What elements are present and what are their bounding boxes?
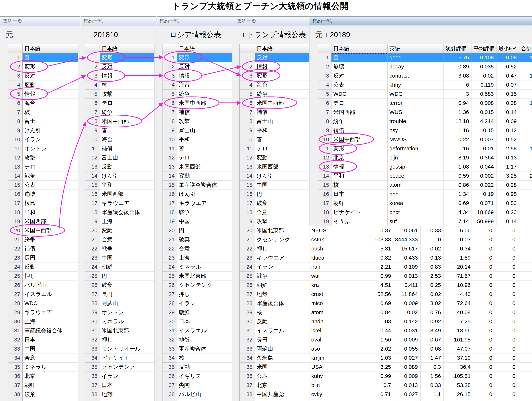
window-titlebar[interactable]: 集約一覧	[0, 17, 80, 25]
table-row[interactable]: 13情報gossip1.080.0441.17	[318, 162, 532, 171]
table-row[interactable]: 26朝鮮kra4.510.4110.2510.9600	[240, 281, 532, 290]
table-row[interactable]: 3情報	[162, 71, 232, 81]
table-row[interactable]	[162, 399, 232, 401]
table-row[interactable]: 22戦争	[85, 244, 154, 253]
table-row[interactable]: 7核	[8, 108, 78, 117]
column-header-english[interactable]: 英語	[387, 44, 444, 53]
table-row[interactable]	[240, 399, 532, 401]
table-row[interactable]: 35クセンテンク	[85, 363, 154, 372]
table-row[interactable]: 2崩壊decay0.890.0350.52	[318, 62, 532, 71]
table-row[interactable]: 31イスラエル	[162, 326, 232, 335]
table-row[interactable]: 14けん引	[85, 171, 154, 181]
table-row[interactable]: 33中国	[8, 345, 78, 353]
table-row[interactable]: 28軍産複合体mico0.690.0093.0272.6400	[240, 299, 532, 308]
column-header-japanese[interactable]: 日本語	[177, 44, 232, 53]
table-row[interactable]: 20円	[162, 226, 232, 235]
table-row[interactable]: 4海台	[162, 81, 232, 90]
table-row[interactable]: 13テロ	[8, 162, 78, 171]
table-row[interactable]: 27イスラエル	[8, 290, 78, 299]
table-row[interactable]: 34ピナケイト	[85, 353, 154, 363]
table-row[interactable]: 15軍産議会複合体	[162, 181, 232, 190]
column-header[interactable]: 統計評価	[444, 44, 472, 53]
table-row[interactable]: 1変形	[85, 53, 154, 62]
table-row[interactable]: 35反動	[162, 363, 232, 372]
column-header-japanese[interactable]: 日本語	[255, 44, 310, 53]
table-row[interactable]: 34核	[162, 353, 232, 363]
table-row[interactable]: 21破棄	[162, 235, 232, 244]
table-row[interactable]: 30ミネラル	[85, 317, 154, 326]
table-row[interactable]: 27地殻crust52.5611.8640.024.4300	[240, 290, 532, 299]
column-header[interactable]: 平均評価	[472, 44, 496, 53]
table-row[interactable]: 11オントン	[8, 144, 78, 153]
table-row[interactable]: 31軍産議会複合体	[8, 326, 78, 335]
table-row[interactable]: 13反動	[85, 162, 154, 171]
table-row[interactable]: 25円	[85, 272, 154, 281]
table-row[interactable]: 25米国北東部	[162, 272, 232, 281]
table-row[interactable]: 29オントン	[85, 308, 154, 317]
table-row[interactable]: 22補償	[8, 244, 78, 253]
table-row[interactable]: 19中国	[162, 217, 232, 226]
table-row[interactable]: 33モントリオール	[85, 345, 154, 353]
table-row[interactable]: 23中国	[85, 253, 154, 263]
table-row[interactable]: 32日本	[8, 335, 78, 345]
table-row[interactable]	[8, 399, 78, 401]
column-header-japanese[interactable]: 日本語	[331, 44, 387, 53]
table-row[interactable]: 7紛争	[85, 108, 154, 117]
table-row[interactable]: 4公表khhy60.1190.07	[318, 81, 532, 90]
table-row[interactable]: 37尖閣	[162, 381, 232, 390]
table-row[interactable]: 12攻撃	[8, 153, 78, 162]
table-row[interactable]: 14変動	[162, 171, 232, 181]
table-row[interactable]: 2変形	[8, 62, 78, 71]
table-row[interactable]: 12富士山	[85, 153, 154, 162]
table-row[interactable]: 11補償	[85, 144, 154, 153]
word-list[interactable]: 日本語1善2変形3反対4変動5情報6海台7核8富士山9けん引10イラン11オント…	[8, 44, 78, 401]
table-row[interactable]: 19上海	[85, 217, 154, 226]
table-row[interactable]: 5WDCWDC30.5830.15	[318, 90, 532, 99]
table-row[interactable]: 23長円	[8, 253, 78, 263]
table-row[interactable]: 26破棄	[85, 281, 154, 290]
table-row[interactable]: 10海台	[85, 135, 154, 144]
table-row[interactable]: 11変形deformation1.160.012.581	[318, 144, 532, 153]
table-row[interactable]: 34久米島kmjm1.030.0271.4737.1900	[240, 353, 532, 363]
table-row[interactable]: 3情報	[85, 71, 154, 81]
table-row[interactable]: 32地殻	[162, 335, 232, 345]
table-row[interactable]: 9富士山	[162, 126, 232, 135]
table-row[interactable]: 23上海	[162, 253, 232, 263]
table-row[interactable]: 38バルビ山	[162, 390, 232, 399]
table-row[interactable]: 5攻撃	[85, 90, 154, 99]
table-row[interactable]: 27押し	[162, 290, 232, 299]
table-row[interactable]: 28WDC	[8, 299, 78, 308]
table-row[interactable]: 33軍産複合体	[162, 345, 232, 353]
table-row[interactable]: 20米国中西部	[8, 226, 78, 235]
table-row[interactable]: 5情報	[8, 90, 78, 99]
table-row[interactable]: 31米国北東部	[85, 326, 154, 335]
table-row[interactable]: 17キラウエア	[162, 199, 232, 208]
table-row[interactable]: 37日本	[85, 381, 154, 390]
table-row[interactable]: 35ミネラル	[8, 363, 78, 372]
table-row[interactable]: 17桜島	[8, 199, 78, 208]
table-row[interactable]: 37朝鮮	[8, 381, 78, 390]
table-row[interactable]: 19米国西部	[8, 217, 78, 226]
table-row[interactable]: 6米国中西部	[162, 99, 232, 108]
table-row[interactable]: 24ミネラル	[162, 263, 232, 272]
table-row[interactable]: 23キラウエアkluea0.820.4330.131.8900	[240, 253, 532, 263]
table-row[interactable]: 20変動	[85, 226, 154, 235]
table-row[interactable]: 12テロ	[162, 153, 232, 162]
table-row[interactable]: 15公表	[8, 181, 78, 190]
table-row[interactable]: 9けん引	[8, 126, 78, 135]
table-row[interactable]: 37北京bijn0.70.0130.3353.2800	[240, 381, 532, 390]
window-titlebar[interactable]: 集約一覧	[157, 17, 234, 25]
table-row[interactable]: 11善	[162, 144, 232, 153]
table-row[interactable]: 10米国中西部MWUS0.220.0070.52	[318, 135, 532, 144]
table-row[interactable]	[85, 399, 154, 401]
table-row[interactable]: 4変動	[8, 81, 78, 90]
column-header[interactable]: 最小EP	[496, 44, 519, 53]
table-row[interactable]: 2反対	[85, 62, 154, 71]
table-row[interactable]: 3反対	[8, 71, 78, 81]
table-row[interactable]: 24イランiran2.210.1090.8320.1400	[240, 263, 532, 272]
table-row[interactable]: 7補償	[162, 108, 232, 117]
table-row[interactable]: 21紛争	[8, 235, 78, 244]
table-row[interactable]: 6テロterror0.940.0080.381	[318, 99, 532, 108]
table-row[interactable]: 10平和	[162, 135, 232, 144]
table-row[interactable]: 17キラウエア	[85, 199, 154, 208]
